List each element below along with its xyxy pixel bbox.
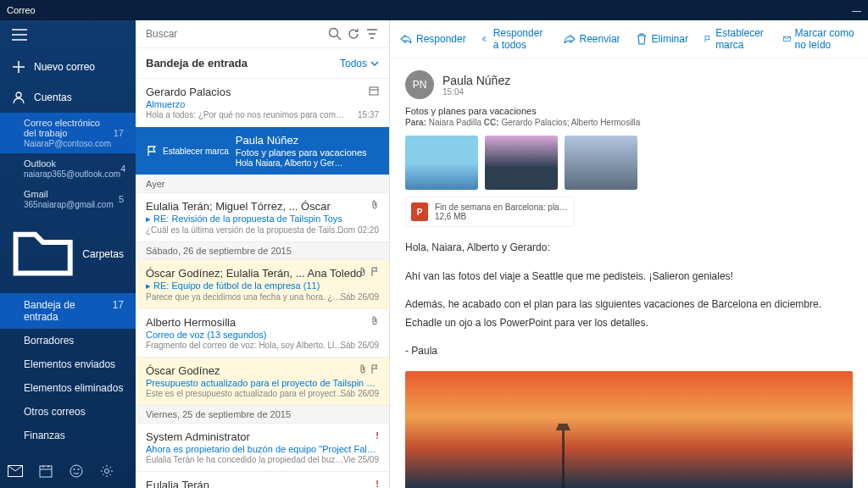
account-item[interactable]: Outlooknaiarap365@outlook.com4 [0, 153, 136, 184]
recipients: Para: Naiara Padilla CC: Gerardo Palacio… [405, 118, 853, 127]
image-thumbnail[interactable] [565, 136, 637, 190]
svg-rect-2 [40, 466, 52, 477]
attachment-thumbnails [405, 136, 853, 190]
forward-icon [564, 33, 576, 45]
message-item[interactable]: Eulalia TeránActualización de Northwind … [136, 472, 389, 488]
list-title: Bandeja de entrada [146, 57, 248, 69]
sync-icon[interactable] [347, 27, 360, 41]
account-item[interactable]: Correo electrónico del trabajoNaiaraP@co… [0, 113, 136, 153]
mail-icon[interactable] [7, 463, 24, 480]
day-separator: Viernes, 25 de septiembre de 2015 [136, 406, 389, 424]
message-item[interactable]: Establecer marcaPaula NúñezFotos y plane… [136, 127, 389, 175]
reading-toolbar: Responder Responder a todos Reenviar Eli… [390, 20, 868, 58]
folder-icon [12, 223, 74, 285]
file-attachment[interactable]: P Fin de semana en Barcelona: plan de...… [405, 197, 575, 227]
flag-icon [704, 33, 711, 45]
folder-item[interactable]: Comerciantes de Northwind [0, 447, 136, 454]
avatar: PN [405, 70, 434, 99]
delete-button[interactable]: Eliminar [636, 33, 688, 45]
folder-item[interactable]: Borradores [0, 329, 136, 352]
chevron-down-icon [370, 61, 379, 66]
svg-point-5 [78, 469, 80, 470]
account-item[interactable]: Gmail365naiarap@gmail.com5 [0, 184, 136, 214]
folder-item[interactable]: Finanzas [0, 424, 136, 447]
sent-time: 15:04 [442, 87, 510, 97]
folder-item[interactable]: Elementos eliminados [0, 376, 136, 400]
message-list-pane: Bandeja de entrada Todos Gerardo Palacio… [136, 20, 390, 488]
reading-subject: Fotos y planes para vacaciones [405, 106, 853, 116]
image-thumbnail[interactable] [485, 136, 558, 190]
search-bar [136, 20, 389, 48]
svg-point-0 [16, 92, 21, 97]
flag-button[interactable]: Establecer marca [704, 27, 768, 51]
attachment-name: Fin de semana en Barcelona: plan de... [435, 202, 569, 212]
svg-point-6 [105, 469, 109, 474]
sidebar-bottom-bar [0, 454, 136, 488]
email-body: Hola, Naiara, Alberto y Gerardo:Ahí van … [405, 239, 853, 361]
message-item[interactable]: Óscar Godínez; Eulalia Terán, ... Ana To… [136, 260, 389, 309]
reading-pane: Responder Responder a todos Reenviar Eli… [390, 20, 868, 488]
plus-icon [12, 60, 25, 74]
reply-all-icon [481, 33, 489, 45]
reply-icon [400, 33, 412, 45]
filter-dropdown[interactable]: Todos [340, 58, 379, 69]
svg-point-3 [70, 465, 82, 477]
app-title: Correo [7, 5, 36, 15]
new-mail-button[interactable]: Nuevo correo [0, 52, 136, 82]
folders-header[interactable]: Carpetas [0, 214, 136, 293]
sidebar: Nuevo correo Cuentas Correo electrónico … [0, 20, 136, 488]
message-item[interactable]: Óscar GodínezPresupuesto actualizado par… [136, 358, 389, 406]
filter-icon[interactable] [365, 27, 379, 41]
person-icon [12, 91, 25, 104]
feedback-icon[interactable] [68, 463, 85, 480]
mark-unread-button[interactable]: Marcar como no leído [783, 27, 858, 51]
image-thumbnail[interactable] [405, 136, 478, 190]
forward-button[interactable]: Reenviar [564, 33, 620, 45]
day-separator: Sábado, 26 de septiembre de 2015 [136, 242, 389, 260]
reading-header: PN Paula Núñez 15:04 [405, 70, 853, 99]
svg-rect-8 [370, 87, 378, 95]
search-icon[interactable] [328, 27, 342, 41]
folder-item[interactable]: Bandeja de entrada17 [0, 293, 136, 329]
settings-icon[interactable] [98, 463, 115, 480]
message-item[interactable]: Alberto HermosillaCorreo de voz (13 segu… [136, 309, 389, 358]
svg-point-4 [74, 469, 75, 470]
titlebar: Correo — [0, 0, 868, 20]
sender-name: Paula Núñez [442, 74, 510, 87]
message-item[interactable]: Gerardo PalaciosAlmuerzoHola a todos: ¿P… [136, 79, 389, 127]
svg-point-7 [330, 29, 338, 37]
calendar-icon[interactable] [37, 463, 54, 480]
inline-image [405, 371, 853, 488]
search-input[interactable] [146, 28, 323, 40]
folder-item[interactable]: Elementos enviados [0, 352, 136, 376]
attachment-size: 12,6 MB [435, 212, 569, 221]
message-item[interactable]: Eulalia Terán; Miguel Tórrez, ... Óscar▸… [136, 193, 389, 242]
powerpoint-icon: P [411, 202, 428, 221]
accounts-header[interactable]: Cuentas [0, 82, 136, 113]
envelope-icon [783, 33, 791, 45]
day-separator: Ayer [136, 175, 389, 193]
folder-item[interactable]: Otros correos [0, 400, 136, 424]
reply-all-button[interactable]: Responder a todos [481, 27, 548, 51]
reply-button[interactable]: Responder [400, 33, 466, 45]
hamburger-button[interactable] [0, 20, 136, 52]
message-item[interactable]: System AdministratorAhora es propietario… [136, 424, 389, 472]
window-minimize[interactable]: — [852, 5, 861, 15]
trash-icon [636, 33, 648, 45]
hamburger-icon [12, 29, 27, 41]
list-header: Bandeja de entrada Todos [136, 48, 389, 79]
